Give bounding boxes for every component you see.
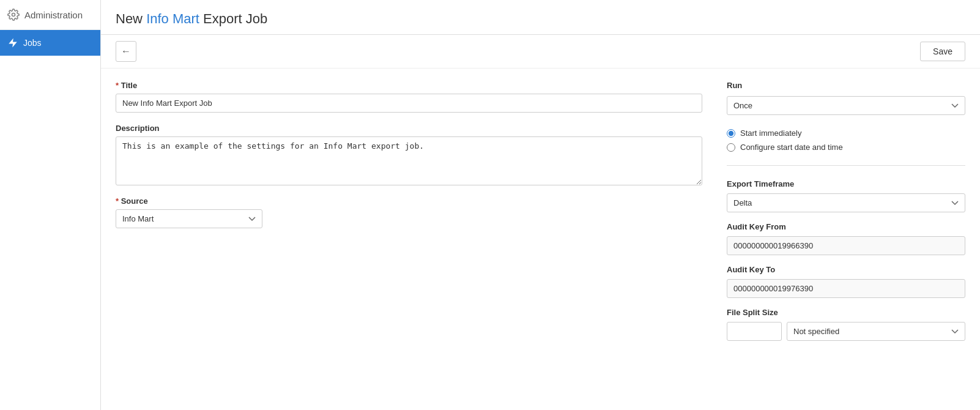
form-area: Title Description This is an example of … — [101, 69, 980, 410]
save-button[interactable]: Save — [920, 42, 965, 61]
export-timeframe-select[interactable]: Delta Full — [727, 193, 965, 212]
svg-point-0 — [12, 13, 15, 17]
file-split-label: File Split Size — [727, 308, 965, 317]
start-radio-group: Start immediately Configure start date a… — [727, 129, 965, 152]
sidebar: Administration Jobs — [0, 0, 101, 410]
main-content: New Info Mart Export Job ← Save Title De… — [101, 0, 980, 410]
source-select[interactable]: Info Mart — [116, 209, 262, 228]
audit-key-to-section: Audit Key To — [727, 265, 965, 298]
lightning-icon — [7, 37, 18, 48]
run-section: Run Once Scheduled Manual — [727, 81, 965, 115]
form-left: Title Description This is an example of … — [116, 81, 702, 398]
sidebar-jobs-label: Jobs — [23, 38, 42, 48]
export-timeframe-label: Export Timeframe — [727, 179, 965, 188]
title-input[interactable] — [116, 94, 702, 113]
audit-key-from-section: Audit Key From — [727, 222, 965, 255]
sidebar-item-jobs[interactable]: Jobs — [0, 30, 100, 56]
radio-configure-start[interactable]: Configure start date and time — [727, 143, 965, 152]
page-title-suffix: Export Job — [199, 11, 267, 26]
gear-icon — [7, 9, 20, 21]
description-textarea[interactable]: This is an example of the settings for a… — [116, 136, 702, 185]
file-split-unit-select[interactable]: Not specified KB MB GB — [787, 322, 965, 341]
page-title-plain: New — [116, 11, 146, 26]
audit-key-from-input[interactable] — [727, 236, 965, 255]
divider-1 — [727, 165, 965, 166]
toolbar: ← Save — [101, 35, 980, 69]
file-split-number-input[interactable] — [727, 322, 782, 341]
sidebar-admin-label: Administration — [24, 10, 83, 20]
title-field-group: Title — [116, 81, 702, 113]
audit-key-from-label: Audit Key From — [727, 222, 965, 231]
description-field-group: Description This is an example of the se… — [116, 124, 702, 185]
form-right: Run Once Scheduled Manual Start immediat… — [727, 81, 965, 398]
export-timeframe-section: Export Timeframe Delta Full — [727, 179, 965, 212]
radio-start-immediately[interactable]: Start immediately — [727, 129, 965, 138]
source-field-group: Source Info Mart — [116, 196, 702, 228]
radio-start-immediately-input[interactable] — [727, 129, 735, 138]
sidebar-admin: Administration — [0, 0, 100, 30]
run-select[interactable]: Once Scheduled Manual — [727, 96, 965, 115]
audit-key-to-label: Audit Key To — [727, 265, 965, 274]
description-label: Description — [116, 124, 702, 133]
run-label: Run — [727, 81, 965, 90]
audit-key-to-input[interactable] — [727, 279, 965, 298]
file-split-section: File Split Size Not specified KB MB GB — [727, 308, 965, 341]
page-title-blue: Info Mart — [146, 11, 199, 26]
back-button[interactable]: ← — [116, 41, 136, 62]
source-label: Source — [116, 196, 702, 206]
radio-configure-input[interactable] — [727, 143, 735, 152]
radio-configure-label: Configure start date and time — [740, 143, 843, 152]
file-split-row: Not specified KB MB GB — [727, 322, 965, 341]
page-title: New Info Mart Export Job — [116, 11, 965, 27]
radio-start-immediately-label: Start immediately — [740, 129, 801, 138]
title-label: Title — [116, 81, 702, 90]
page-header: New Info Mart Export Job — [101, 0, 980, 35]
